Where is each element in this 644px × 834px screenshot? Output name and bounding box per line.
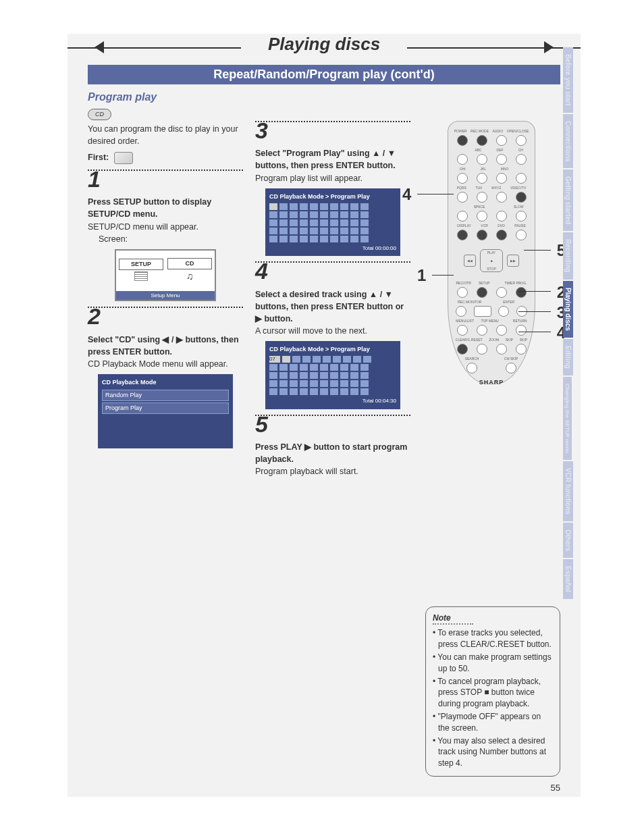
tab-espanol[interactable]: Español bbox=[563, 559, 573, 599]
note-item: • You may also select a desired track us… bbox=[433, 735, 553, 769]
note-list: • To erase tracks you selected, press CL… bbox=[433, 627, 553, 769]
step5-body: Program playback will start. bbox=[255, 465, 410, 477]
side-tabs: Before you start Connections Getting sta… bbox=[563, 47, 581, 600]
cd-playback-menu: CD Playback Mode Random Play Program Pla… bbox=[98, 374, 233, 448]
page-number: 55 bbox=[551, 783, 560, 793]
step-number-1: 1 bbox=[88, 163, 243, 196]
tab-others[interactable]: Others bbox=[563, 523, 573, 558]
step-number-5: 5 bbox=[255, 408, 410, 441]
brand-label: SHARP bbox=[452, 379, 531, 386]
step4-body: A cursor will move to the next. bbox=[255, 325, 410, 337]
tab-before-you-start[interactable]: Before you start bbox=[563, 47, 573, 113]
cd-label: CD bbox=[167, 258, 212, 269]
note-item: • To cancel program playback, press STOP… bbox=[433, 676, 553, 710]
arrow-left-icon bbox=[95, 41, 104, 53]
tab-recording[interactable]: Recording bbox=[563, 232, 573, 279]
prog-title: CD Playback Mode > Program Play bbox=[269, 345, 396, 354]
step1-body: SETUP/CD menu will appear. bbox=[88, 221, 243, 233]
columns: CD You can program the disc to play in y… bbox=[68, 107, 581, 477]
step2-body: CD Playback Mode menu will appear. bbox=[88, 358, 243, 370]
setup-icon bbox=[134, 271, 148, 281]
setup-label: SETUP bbox=[119, 259, 163, 270]
rewind-icon: ◀◀ bbox=[464, 255, 476, 267]
setup-screen-body: SETUP CD ♫ bbox=[116, 251, 215, 291]
step3-head: Select "Program Play" using ▲ / ▼ button… bbox=[255, 147, 410, 172]
setup-menu-footer: Setup Menu bbox=[116, 291, 215, 301]
manual-page: Playing discs Repeat/Random/Program play… bbox=[68, 34, 581, 797]
note-item: • "Playmode OFF" appears on the screen. bbox=[433, 711, 553, 734]
menu-item: Program Play bbox=[102, 402, 229, 414]
title-bar: Playing discs bbox=[68, 34, 581, 61]
tab-playing-discs[interactable]: Playing discs bbox=[563, 281, 573, 338]
step-number-4: 4 bbox=[255, 255, 410, 288]
nav-cross: ◀◀ PLAY ■ STOP ▶▶ bbox=[461, 244, 522, 277]
note-box: Note • To erase tracks you selected, pre… bbox=[425, 606, 560, 777]
tab-connections[interactable]: Connections bbox=[563, 114, 573, 169]
callout-line bbox=[417, 194, 454, 194]
column-right: POWERREC MODEAUDIOOPEN/CLOSE ABCDEFCH GH… bbox=[423, 107, 560, 477]
intro-text: You can program the disc to play in your… bbox=[88, 123, 243, 147]
prog-first-value: 07 bbox=[269, 356, 280, 363]
program-list-box-1: CD Playback Mode > Program Play Total 00… bbox=[265, 188, 400, 257]
tab-editing[interactable]: Editing bbox=[563, 339, 573, 375]
column-left: CD You can program the disc to play in y… bbox=[88, 107, 243, 477]
subtitle-band: Repeat/Random/Program play (cont'd) bbox=[88, 65, 560, 84]
tab-setup-menu[interactable]: Changing the SETUP menu bbox=[563, 377, 572, 460]
prog-total: Total 00:04:30 bbox=[269, 397, 396, 405]
page-title: Playing discs bbox=[241, 34, 407, 55]
note-heading: Note bbox=[433, 613, 473, 625]
section-head: Program play bbox=[88, 91, 560, 103]
play-stop-pad: PLAY ■ STOP bbox=[480, 249, 503, 272]
note-item: • You can make program settings up to 50… bbox=[433, 652, 553, 675]
callout-1: 1 bbox=[417, 266, 426, 285]
prog-total: Total 00:00:00 bbox=[269, 244, 396, 253]
music-note-icon: ♫ bbox=[167, 269, 212, 283]
callout-4: 4 bbox=[402, 185, 411, 204]
menu-item: Random Play bbox=[102, 390, 229, 401]
remote-control-diagram: POWERREC MODEAUDIOOPEN/CLOSE ABCDEFCH GH… bbox=[448, 121, 535, 384]
setup-screen-box: SETUP CD ♫ Setup Menu bbox=[115, 249, 216, 302]
arrow-right-icon bbox=[544, 41, 554, 53]
column-middle: 3 Select "Program Play" using ▲ / ▼ butt… bbox=[255, 107, 410, 477]
callout-line bbox=[518, 311, 551, 312]
step-number-2: 2 bbox=[88, 300, 243, 333]
program-list-box-2: CD Playback Mode > Program Play 07 Total… bbox=[265, 341, 400, 409]
callout-line bbox=[524, 250, 551, 251]
forward-icon: ▶▶ bbox=[507, 255, 519, 267]
cd-badge: CD bbox=[88, 109, 111, 120]
step-number-3: 3 bbox=[255, 114, 410, 147]
callout-line bbox=[518, 291, 551, 292]
prog-title: CD Playback Mode > Program Play bbox=[269, 192, 396, 201]
disc-icon bbox=[114, 152, 133, 164]
tab-getting-started[interactable]: Getting started bbox=[563, 170, 573, 231]
step1-head: Press SETUP button to display SETUP/CD m… bbox=[88, 196, 243, 220]
menu-title: CD Playback Mode bbox=[102, 378, 229, 387]
step5-head: Press PLAY ▶ button to start program pla… bbox=[255, 441, 410, 465]
first-label: First: bbox=[88, 153, 109, 162]
callout-line bbox=[432, 275, 454, 276]
tab-vcr-functions[interactable]: VCR functions bbox=[563, 461, 573, 521]
step3-body: Program play list will appear. bbox=[255, 172, 410, 184]
power-button-icon bbox=[457, 135, 468, 146]
step2-head: Select "CD" using ◀ / ▶ buttons, then pr… bbox=[88, 334, 243, 358]
screen-label: Screen: bbox=[99, 233, 243, 245]
note-item: • To erase tracks you selected, press CL… bbox=[433, 627, 553, 650]
step4-head: Select a desired track using ▲ / ▼ butto… bbox=[255, 288, 410, 325]
callout-line bbox=[518, 332, 551, 332]
